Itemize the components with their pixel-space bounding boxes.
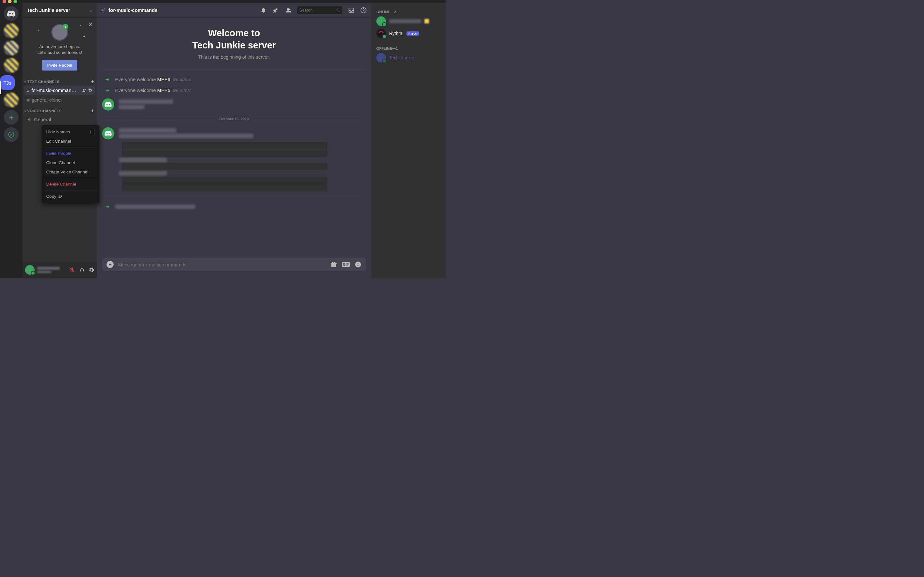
pin-icon[interactable] bbox=[272, 7, 279, 13]
avatar[interactable] bbox=[102, 98, 114, 111]
add-member-icon[interactable] bbox=[81, 88, 86, 93]
category-text-channels[interactable]: ▾ TEXT CHANNELS + bbox=[23, 76, 97, 85]
chat-messages[interactable]: Welcome toTech Junkie server This is the… bbox=[97, 18, 371, 258]
window-titlebar bbox=[0, 0, 446, 3]
server-icon-active[interactable]: TJs bbox=[0, 75, 15, 90]
channel-item[interactable]: # for-music-comman… bbox=[24, 85, 95, 95]
menu-label: Invite People bbox=[46, 151, 71, 156]
self-avatar[interactable] bbox=[25, 265, 35, 275]
timestamp: 09/14/2020 bbox=[173, 78, 192, 82]
chevron-down-icon: ▾ bbox=[24, 110, 26, 113]
role-header-online: ONLINE—2 bbox=[374, 9, 443, 15]
inbox-icon[interactable] bbox=[348, 7, 355, 13]
add-channel-button[interactable]: + bbox=[91, 79, 94, 85]
menu-invite-people[interactable]: Invite People bbox=[44, 149, 97, 158]
search-input[interactable] bbox=[299, 8, 336, 13]
member-name: Tech_Junkie bbox=[389, 55, 414, 60]
svg-point-2 bbox=[337, 9, 339, 11]
channel-name: for-music-comman… bbox=[31, 87, 76, 93]
help-icon[interactable] bbox=[360, 7, 367, 13]
menu-create-voice-channel[interactable]: Create Voice Channel bbox=[44, 167, 97, 177]
embed bbox=[122, 177, 327, 184]
invite-people-button[interactable]: Invite People bbox=[42, 60, 78, 71]
voice-channel-item[interactable]: General bbox=[24, 115, 95, 124]
user-area bbox=[23, 261, 97, 278]
mute-icon[interactable] bbox=[69, 267, 75, 273]
channel-name: general-clone bbox=[31, 97, 61, 103]
gift-icon[interactable] bbox=[330, 261, 337, 268]
gif-button[interactable]: GIF bbox=[342, 262, 350, 267]
join-arrow-icon: ➜ bbox=[105, 76, 110, 82]
menu-label: Create Voice Channel bbox=[46, 169, 88, 174]
embed bbox=[122, 142, 327, 149]
hash-icon: # bbox=[27, 87, 29, 93]
menu-edit-channel[interactable]: Edit Channel bbox=[44, 137, 97, 146]
message bbox=[102, 125, 366, 141]
chat-input-area: + GIF bbox=[97, 258, 371, 278]
invite-avatar-icon bbox=[51, 24, 68, 41]
attach-button[interactable]: + bbox=[107, 261, 113, 268]
member-item[interactable]: Rythm ✓ BOT bbox=[374, 27, 443, 39]
server-icon[interactable] bbox=[4, 41, 19, 55]
chevron-down-icon: ▾ bbox=[24, 81, 26, 84]
system-message: ➜ bbox=[102, 202, 366, 213]
menu-delete-channel[interactable]: Delete Channel bbox=[44, 179, 97, 189]
bot-badge: ✓ BOT bbox=[407, 31, 419, 35]
member-item[interactable]: Tech_Junkie bbox=[374, 52, 443, 64]
channel-context-menu: Hide Names Edit Channel Invite People Cl… bbox=[42, 125, 99, 203]
channel-name: General bbox=[34, 117, 51, 122]
svg-point-8 bbox=[359, 263, 359, 264]
settings-gear-icon[interactable] bbox=[89, 267, 94, 273]
discord-logo-icon bbox=[7, 10, 15, 17]
server-icon[interactable] bbox=[4, 93, 19, 107]
chat-header: # for-music-commands bbox=[97, 3, 371, 18]
gear-icon[interactable] bbox=[88, 88, 92, 93]
home-button[interactable] bbox=[4, 6, 19, 21]
menu-copy-id[interactable]: Copy ID bbox=[44, 192, 97, 201]
welcome-block: Welcome toTech Junkie server This is the… bbox=[102, 27, 366, 60]
discord-logo-icon bbox=[105, 102, 111, 107]
member-item[interactable] bbox=[374, 15, 443, 27]
invite-text-line2: Let's add some friends! bbox=[26, 50, 94, 55]
member-avatar bbox=[376, 53, 386, 63]
server-icon[interactable] bbox=[4, 58, 19, 73]
members-icon[interactable] bbox=[284, 7, 292, 13]
server-header[interactable]: Tech Junkie server ⌄ bbox=[23, 3, 97, 18]
embed bbox=[122, 163, 327, 170]
date-divider: October 19, 2020 bbox=[102, 117, 366, 121]
join-arrow-icon: ➜ bbox=[105, 203, 110, 210]
member-name: Rythm bbox=[389, 31, 402, 36]
compass-icon bbox=[8, 131, 15, 138]
chat-input[interactable]: + GIF bbox=[102, 258, 366, 271]
system-message: ➜ Everyone welcome MEE6!09/14/2020 bbox=[102, 85, 366, 97]
server-icon[interactable] bbox=[4, 23, 19, 38]
channel-item[interactable]: # general-clone bbox=[24, 95, 95, 105]
welcome-sub: This is the beginning of this server. bbox=[102, 55, 366, 60]
hash-icon: # bbox=[27, 97, 29, 103]
menu-clone-channel[interactable]: Clone Channel bbox=[44, 158, 97, 167]
menu-hide-names[interactable]: Hide Names bbox=[44, 127, 97, 137]
message-input[interactable] bbox=[118, 262, 326, 268]
notifications-icon[interactable] bbox=[260, 7, 267, 13]
add-server-button[interactable]: + bbox=[4, 110, 19, 125]
explore-servers-button[interactable] bbox=[4, 127, 19, 142]
embed bbox=[122, 150, 327, 157]
svg-line-3 bbox=[339, 11, 340, 11]
chat-panel: # for-music-commands Welcome toTech Junk… bbox=[97, 3, 371, 278]
deafen-icon[interactable] bbox=[79, 267, 85, 273]
search-box[interactable] bbox=[297, 6, 342, 14]
close-icon[interactable]: ✕ bbox=[88, 21, 93, 28]
avatar[interactable] bbox=[102, 127, 114, 139]
checkbox-icon bbox=[90, 130, 95, 134]
embed bbox=[122, 184, 327, 191]
member-avatar bbox=[376, 29, 386, 38]
message bbox=[102, 97, 366, 113]
category-voice-channels[interactable]: ▾ VOICE CHANNELS + bbox=[23, 105, 97, 114]
invite-text-line1: An adventure begins. bbox=[26, 44, 94, 50]
members-panel: ONLINE—2 Rythm ✓ BOT OFFLINE—1 Tech_Junk… bbox=[371, 3, 446, 278]
category-label: VOICE CHANNELS bbox=[27, 109, 61, 113]
add-channel-button[interactable]: + bbox=[91, 108, 94, 114]
system-message: ➜ Everyone welcome MEE6!09/14/2020 bbox=[102, 75, 366, 85]
svg-point-6 bbox=[355, 261, 361, 268]
emoji-icon[interactable] bbox=[355, 261, 362, 268]
